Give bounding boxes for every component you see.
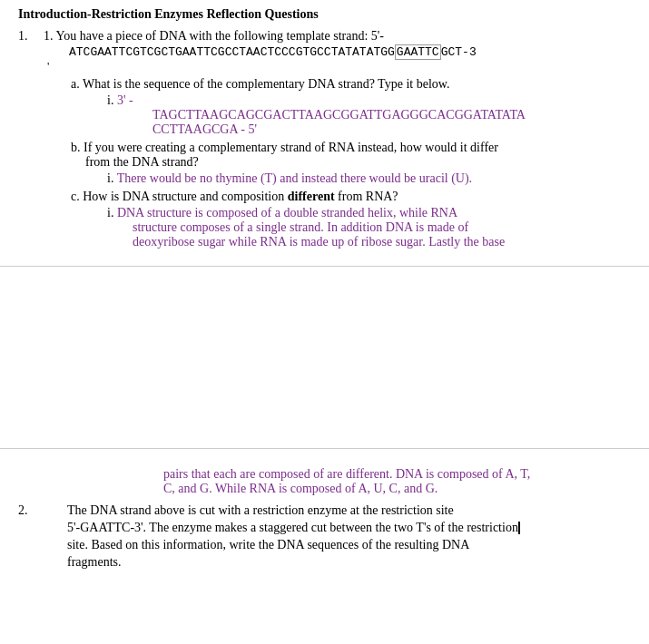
roman-list-a: i. 3' - TAGCTTAAGCAGCGACTTAAGCGGATTGAGGG… <box>71 93 631 137</box>
continuation-line2: C, and G. While RNA is composed of A, U,… <box>163 482 631 496</box>
q2-line3: site. Based on this information, write t… <box>67 538 631 552</box>
page-container: Introduction-Restriction Enzymes Reflect… <box>0 0 649 644</box>
dna-after: GCT-3 <box>441 45 477 59</box>
answer-c-line2: structure composes of a single strand. I… <box>133 220 631 235</box>
answer-c-lines: structure composes of a single strand. I… <box>133 220 631 249</box>
q2-content: The DNA strand above is cut with a restr… <box>67 503 631 572</box>
bottom-section: pairs that each are composed of are diff… <box>0 449 649 585</box>
answer-b-i: There would be no thymine (T) and instea… <box>117 171 472 185</box>
q2-line2: 5'-GAATTC-3'. The enzyme makes a stagger… <box>67 521 631 535</box>
answer-seq: TAGCTTAAGCAGCGACTTAAGCGGATTGAGGGCACGGATA… <box>152 108 631 137</box>
sub-a-item: a. What is the sequence of the complemen… <box>71 77 631 137</box>
gap-area <box>0 267 649 448</box>
roman-b-i: i. There would be no thymine (T) and ins… <box>107 171 631 186</box>
sub-a-label: a. <box>71 77 80 91</box>
roman-a-i-label: i. <box>107 93 113 107</box>
question-1: 1. 1. You have a piece of DNA with the f… <box>18 29 631 253</box>
roman-c-i: i. DNA structure is composed of a double… <box>107 206 631 249</box>
q1-label: 1. <box>44 29 54 43</box>
dna-tick: ' <box>47 59 631 73</box>
sub-c-label: c. <box>71 190 80 203</box>
q1-text: You have a piece of DNA with the followi… <box>55 29 384 43</box>
answer-line2: CCTTAAGCGA - 5' <box>152 122 631 137</box>
sub-b-text: If you were creating a complementary str… <box>84 141 498 154</box>
q2-number: 2. <box>18 503 44 518</box>
q2-line2-text: 5'-GAATTC-3'. The enzyme makes a stagger… <box>67 521 518 534</box>
roman-a-i: i. 3' - TAGCTTAAGCAGCGACTTAAGCGGATTGAGGG… <box>107 93 631 137</box>
continuation-text: pairs that each are composed of are diff… <box>163 467 631 496</box>
sub-b-line2: from the DNA strand? <box>85 155 631 170</box>
continuation-line1: pairs that each are composed of are diff… <box>163 467 631 482</box>
question-2: 2. The DNA strand above is cut with a re… <box>18 503 631 572</box>
roman-list-b: i. There would be no thymine (T) and ins… <box>71 171 631 186</box>
answer-c-line3: deoxyribose sugar while RNA is made up o… <box>133 235 631 249</box>
roman-c-i-label: i. <box>107 206 113 220</box>
roman-b-i-label: i. <box>107 171 113 185</box>
sub-question-b: b. If you were creating a complementary … <box>71 141 631 186</box>
roman-list-c: i. DNA structure is composed of a double… <box>71 206 631 249</box>
q2-line1: The DNA strand above is cut with a restr… <box>67 503 631 518</box>
sub-c-text: How is DNA structure and composition dif… <box>83 190 398 203</box>
dna-sequence: ATCGAATTCGTCGCTGAATTCGCCTAACTCCCGTGCCTAT… <box>69 45 631 59</box>
sub-question-a: a. What is the sequence of the complemen… <box>44 77 631 249</box>
q1-number: 1. <box>18 29 44 44</box>
answer-line1: TAGCTTAAGCAGCGACTTAAGCGGATTGAGGGCACGGATA… <box>152 108 631 122</box>
sub-b-label: b. <box>71 141 81 154</box>
dna-highlight: GAATTC <box>395 44 441 60</box>
q1-content: 1. You have a piece of DNA with the foll… <box>44 29 631 253</box>
answer-c-line1: DNA structure is composed of a double st… <box>117 206 457 220</box>
dna-before: ATCGAATTCGTCGCTGAATTCGCCTAACTCCCGTGCCTAT… <box>69 45 395 59</box>
section-title: Introduction-Restriction Enzymes Reflect… <box>18 7 631 22</box>
text-cursor <box>518 522 520 534</box>
top-section: Introduction-Restriction Enzymes Reflect… <box>0 0 649 267</box>
sub-question-c: c. How is DNA structure and composition … <box>71 190 631 249</box>
answer-3prime: 3' - <box>117 93 133 107</box>
sub-a-text: What is the sequence of the complementar… <box>83 77 450 91</box>
q2-line4: fragments. <box>67 555 631 570</box>
